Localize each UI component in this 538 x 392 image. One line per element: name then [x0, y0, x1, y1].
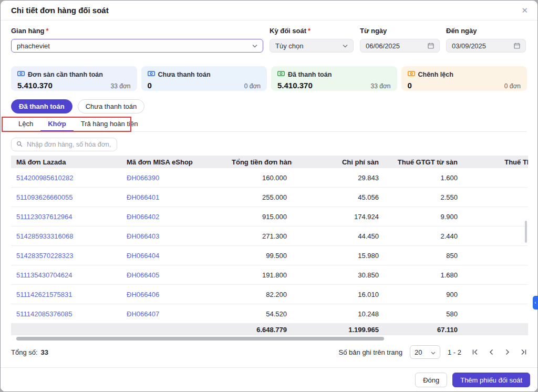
- tab-tra-hang-hoan-tien[interactable]: Trả hàng hoàn tiền: [74, 118, 146, 131]
- column-header-tncn: Thuế TNCN: [463, 158, 528, 166]
- store-select-value: phacheviet: [17, 42, 50, 50]
- from-date-input[interactable]: 06/06/2025: [360, 39, 440, 53]
- misa-order-link[interactable]: ĐH066406: [121, 291, 226, 298]
- column-header-vat: Thuế GTGT từ sàn: [384, 158, 463, 166]
- platform-fee-cell: 10.248: [292, 310, 384, 318]
- platform-fee-cell: 45.056: [292, 193, 384, 201]
- period-select[interactable]: Tùy chọn: [270, 39, 354, 53]
- table-row: 514285933316068 ĐH066403 271.300 44.450 …: [11, 226, 528, 246]
- stat-value: 0: [408, 81, 412, 90]
- horizontal-scrollbar[interactable]: [16, 337, 384, 341]
- from-date-value: 06/06/2025: [366, 42, 400, 50]
- page-size-value: 20: [415, 348, 422, 356]
- modal-title: Chi tiết đơn hàng đối soát: [11, 6, 109, 15]
- summary-fee: 1.199.965: [292, 326, 384, 334]
- modal-actions: Đóng Thêm phiếu đối soát: [1, 367, 537, 391]
- tab-lech[interactable]: Lệch: [11, 118, 40, 131]
- expand-panel-handle[interactable]: ‹: [533, 296, 538, 310]
- stat-count: 0 đơn: [504, 82, 521, 90]
- misa-order-link[interactable]: ĐH066401: [121, 193, 226, 201]
- money-icon: [17, 70, 25, 79]
- table-row: 511093626660055 ĐH066401 255.000 45.056 …: [11, 188, 528, 207]
- money-icon: [408, 70, 415, 79]
- total-records-value: 33: [41, 348, 48, 356]
- platform-fee-cell: 29.843: [292, 174, 384, 182]
- page-size-select[interactable]: 20: [410, 345, 440, 359]
- misa-order-link[interactable]: ĐH066402: [121, 213, 226, 221]
- misa-order-link[interactable]: ĐH066404: [121, 252, 226, 260]
- to-date-input[interactable]: 03/09/2025: [446, 39, 526, 53]
- stat-label: Đơn sàn cần thanh toán: [28, 71, 103, 79]
- store-label: Gian hàng*: [11, 27, 263, 35]
- pagination: [472, 349, 527, 355]
- vat-cell: 1.680: [384, 271, 463, 279]
- stat-card-platform-must-pay: Đơn sàn cần thanh toán 5.410.370 33 đơn: [11, 66, 137, 91]
- vat-cell: 9.900: [384, 213, 463, 221]
- order-total-cell: 160.000: [226, 174, 292, 182]
- table-row: 514283570228323 ĐH066404 99.500 15.980 8…: [11, 246, 528, 265]
- close-button[interactable]: Đóng: [415, 373, 447, 387]
- to-date-value: 03/09/2025: [452, 42, 486, 50]
- to-date-label: Đến ngày: [446, 27, 526, 35]
- column-header-misa: Mã đơn MISA eShop: [121, 158, 226, 166]
- vertical-scrollbar[interactable]: [525, 221, 527, 243]
- lazada-order-link[interactable]: 511123037612964: [11, 213, 121, 221]
- total-records-label: Tổng số:: [11, 348, 38, 356]
- platform-fee-cell: 16.010: [292, 291, 384, 298]
- vat-cell: 900: [384, 291, 463, 298]
- order-total-cell: 915.000: [226, 213, 292, 221]
- search-input[interactable]: [26, 140, 112, 149]
- store-select[interactable]: phacheviet: [11, 39, 263, 53]
- lazada-order-link[interactable]: 514285933316068: [11, 232, 121, 240]
- first-page-icon[interactable]: [472, 349, 478, 355]
- period-label: Kỳ đối soát*: [270, 27, 354, 35]
- add-reconciliation-button[interactable]: Thêm phiếu đối soát: [452, 373, 530, 387]
- filter-pill-unpaid[interactable]: Chưa thanh toán: [78, 99, 145, 114]
- lazada-order-link[interactable]: 514200985610282: [11, 174, 121, 182]
- order-total-cell: 255.000: [226, 193, 292, 201]
- modal-header: Chi tiết đơn hàng đối soát ✕: [1, 1, 537, 20]
- modal-body: Gian hàng* phacheviet Kỳ đối soát* Tùy c…: [1, 27, 537, 359]
- stat-value: 0: [148, 81, 152, 90]
- lazada-order-link[interactable]: 511142085376085: [11, 310, 121, 318]
- last-page-icon[interactable]: [521, 349, 527, 355]
- calendar-icon: [428, 43, 434, 49]
- lazada-order-link[interactable]: 511093626660055: [11, 193, 121, 201]
- order-total-cell: 271.300: [226, 232, 292, 240]
- stat-label: Đã thanh toán: [288, 71, 332, 79]
- lazada-order-link[interactable]: 511142621575831: [11, 291, 121, 298]
- summary-total: 6.648.779: [226, 326, 292, 334]
- order-total-cell: 191.800: [226, 271, 292, 279]
- prev-page-icon[interactable]: [488, 349, 494, 355]
- stat-card-unpaid: Chưa thanh toán 0 0 đơn: [141, 66, 267, 91]
- table-row: 511135430704624 ĐH066405 191.800 30.850 …: [11, 265, 528, 285]
- next-page-icon[interactable]: [504, 349, 511, 355]
- tab-khop[interactable]: Khớp: [40, 118, 74, 131]
- lazada-order-link[interactable]: 511135430704624: [11, 271, 121, 279]
- stat-cards: Đơn sàn cần thanh toán 5.410.370 33 đơn …: [11, 66, 527, 91]
- misa-order-link[interactable]: ĐH066407: [121, 310, 226, 318]
- page-range: 1 - 2: [448, 348, 461, 356]
- filter-pill-paid[interactable]: Đã thanh toán: [11, 99, 73, 114]
- column-header-fee: Chi phí sàn: [292, 158, 384, 166]
- close-icon[interactable]: ✕: [519, 4, 530, 16]
- table-row: 514200985610282 ĐH066390 160.000 29.843 …: [11, 168, 528, 188]
- stat-count: 33 đơn: [371, 82, 391, 90]
- misa-order-link[interactable]: ĐH066390: [121, 174, 226, 182]
- result-tabs: Lệch Khớp Trả hàng hoàn tiền: [11, 118, 527, 132]
- payment-status-filter: Đã thanh toán Chưa thanh toán: [11, 99, 527, 114]
- lazada-order-link[interactable]: 514283570228323: [11, 252, 121, 260]
- reconciliation-order-detail-modal: Chi tiết đơn hàng đối soát ✕ Gian hàng* …: [0, 0, 538, 392]
- table-footer: Tổng số: 33 Số bản ghi trên trang 20 1 -…: [11, 345, 527, 359]
- stat-card-paid: Đã thanh toán 5.410.370 33 đơn: [271, 66, 397, 91]
- table-row: 511123037612964 ĐH066402 915.000 174.924…: [11, 207, 528, 226]
- filter-bar: Gian hàng* phacheviet Kỳ đối soát* Tùy c…: [11, 27, 527, 53]
- misa-order-link[interactable]: ĐH066403: [121, 232, 226, 240]
- horizontal-scrollbar-track: [11, 336, 528, 341]
- misa-order-link[interactable]: ĐH066405: [121, 271, 226, 279]
- stat-label: Chưa thanh toán: [158, 71, 211, 79]
- vat-cell: 580: [384, 310, 463, 318]
- chevron-down-icon: [343, 44, 348, 48]
- platform-fee-cell: 174.924: [292, 213, 384, 221]
- order-total-cell: 99.500: [226, 252, 292, 260]
